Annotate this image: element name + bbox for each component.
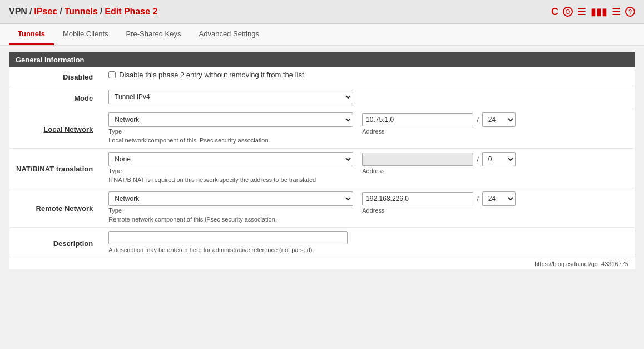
remote-network-address-label: Address: [362, 207, 516, 214]
nat-binat-cidr-select[interactable]: 0 8162432: [482, 152, 516, 166]
remote-network-address-col: / 24 81632 Address: [362, 191, 516, 214]
breadcrumb-current: Edit Phase 2: [105, 7, 157, 17]
disabled-cell: Disable this phase 2 entry without remov…: [102, 67, 635, 86]
remote-network-type-label: Type: [108, 207, 353, 214]
nat-binat-cell: None Network Address Type / 0 816243: [102, 149, 635, 188]
main-content: General Information Disabled Disable thi…: [0, 46, 644, 276]
nat-binat-address-group: / 0 8162432: [362, 152, 516, 166]
footer-url: https://blog.csdn.net/qq_43316775: [9, 258, 635, 269]
nat-binat-type-col: None Network Address Type: [108, 152, 353, 174]
description-hint: A description may be entered here for ad…: [108, 247, 628, 253]
breadcrumb-tunnels[interactable]: Tunnels: [65, 7, 98, 17]
remote-network-slash: /: [475, 195, 480, 203]
local-network-label: Local Network: [9, 109, 102, 149]
nat-binat-address-label: Address: [362, 168, 516, 174]
tab-advanced-settings[interactable]: Advanced Settings: [190, 24, 268, 45]
local-network-type-col: Network Address Any Type: [108, 112, 353, 135]
description-input[interactable]: [108, 231, 348, 244]
local-network-row: Local Network Network Address Any Type: [9, 109, 635, 149]
nat-binat-hint: If NAT/BINAT is required on this network…: [108, 176, 628, 183]
local-network-link[interactable]: Local Network: [43, 125, 93, 134]
local-network-slash: /: [475, 116, 480, 124]
cpu-icon[interactable]: C: [551, 6, 558, 18]
nat-binat-label: NAT/BINAT translation: [9, 149, 102, 188]
disabled-label: Disabled: [9, 67, 102, 86]
circle-icon[interactable]: O: [563, 7, 573, 17]
local-network-cidr-select[interactable]: 24 81632: [482, 112, 516, 127]
remote-network-label: Remote Network: [9, 188, 102, 228]
bars-icon[interactable]: ▮▮▮: [591, 6, 607, 18]
breadcrumb-ipsec[interactable]: IPsec: [34, 7, 57, 17]
local-network-ip-input[interactable]: [362, 113, 473, 126]
nat-binat-ip-input[interactable]: [362, 153, 473, 166]
nat-binat-type-label: Type: [108, 168, 353, 174]
tab-pre-shared-keys[interactable]: Pre-Shared Keys: [117, 24, 190, 45]
mode-select[interactable]: Tunnel IPv4 Tunnel IPv6 Transport: [108, 90, 353, 104]
local-network-address-label: Address: [362, 128, 516, 135]
nat-binat-address-col: / 0 8162432 Address: [362, 152, 516, 174]
sliders-icon[interactable]: ☰: [577, 6, 586, 18]
local-network-cell: Network Address Any Type / 24 81632: [102, 109, 635, 149]
section-general-header: General Information: [9, 52, 635, 67]
local-network-address-col: / 24 81632 Address: [362, 112, 516, 135]
form-table: Disabled Disable this phase 2 entry with…: [9, 67, 635, 258]
remote-network-hint: Remote network component of this IPsec s…: [108, 216, 628, 223]
remote-network-link[interactable]: Remote Network: [36, 204, 93, 213]
breadcrumb-sep2: /: [60, 7, 62, 17]
header-icons: C O ☰ ▮▮▮ ☰ ?: [551, 6, 635, 18]
mode-label: Mode: [9, 86, 102, 109]
remote-network-cidr-select[interactable]: 24 81632: [482, 191, 516, 206]
mode-row: Mode Tunnel IPv4 Tunnel IPv6 Transport: [9, 86, 635, 109]
remote-network-type-col: Network Address Any Type: [108, 191, 353, 214]
local-network-type-select[interactable]: Network Address Any: [108, 112, 353, 127]
description-cell: A description may be entered here for ad…: [102, 228, 635, 258]
breadcrumb: VPN / IPsec / Tunnels / Edit Phase 2: [9, 7, 157, 17]
tab-mobile-clients[interactable]: Mobile Clients: [54, 24, 117, 45]
breadcrumb-sep1: /: [29, 7, 32, 17]
disabled-checkbox[interactable]: [108, 71, 116, 78]
tab-tunnels[interactable]: Tunnels: [9, 24, 54, 45]
disabled-row: Disabled Disable this phase 2 entry with…: [9, 67, 635, 86]
mode-cell: Tunnel IPv4 Tunnel IPv6 Transport: [102, 86, 635, 109]
local-network-type-label: Type: [108, 128, 353, 135]
remote-network-cell: Network Address Any Type / 24 81632: [102, 188, 635, 228]
nat-binat-type-select[interactable]: None Network Address: [108, 152, 353, 166]
local-network-hint: Local network component of this IPsec se…: [108, 137, 628, 144]
breadcrumb-vpn: VPN: [9, 7, 27, 17]
nat-binat-slash: /: [475, 155, 480, 164]
description-row: Description A description may be entered…: [9, 228, 635, 258]
disabled-text: Disable this phase 2 entry without remov…: [119, 71, 306, 79]
remote-network-address-group: / 24 81632: [362, 191, 516, 206]
remote-network-type-select[interactable]: Network Address Any: [108, 191, 353, 206]
local-network-address-group: / 24 81632: [362, 112, 516, 127]
list-icon[interactable]: ☰: [612, 6, 621, 18]
breadcrumb-sep3: /: [100, 7, 102, 17]
remote-network-row: Remote Network Network Address Any Type: [9, 188, 635, 228]
nav-tabs: Tunnels Mobile Clients Pre-Shared Keys A…: [0, 24, 644, 46]
description-label: Description: [9, 228, 102, 258]
header: VPN / IPsec / Tunnels / Edit Phase 2 C O…: [0, 0, 644, 24]
help-icon[interactable]: ?: [625, 7, 635, 17]
remote-network-ip-input[interactable]: [362, 192, 473, 205]
nat-binat-row: NAT/BINAT translation None Network Addre…: [9, 149, 635, 188]
